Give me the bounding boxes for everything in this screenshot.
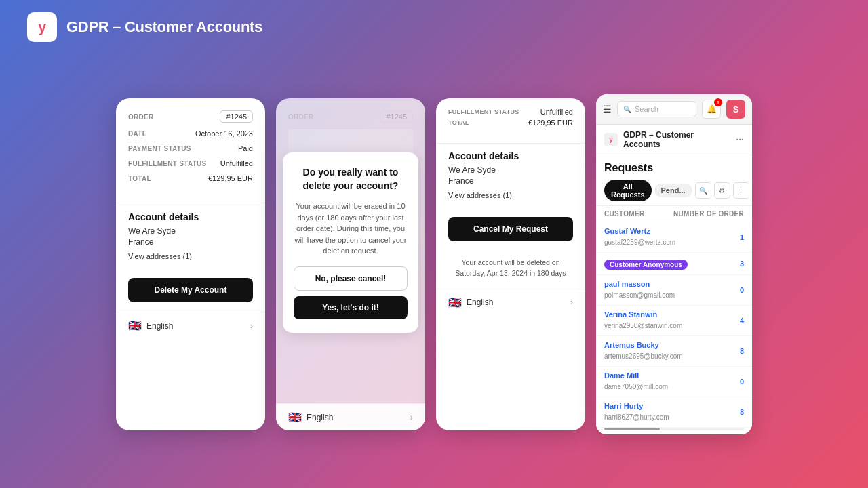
filter-icon[interactable]: ⚙ — [714, 182, 730, 199]
bell-icon: 🔔 — [707, 104, 717, 114]
anonymous-badge: Customer Anonymous — [604, 260, 688, 270]
table-header: Customer Number of Order — [596, 205, 752, 222]
app-row-menu-icon[interactable]: ··· — [736, 134, 744, 145]
language-chevron-icon[interactable]: › — [570, 298, 573, 307]
fulfillment-value: Unfulfilled — [220, 159, 253, 167]
order-count[interactable]: 4 — [740, 317, 744, 325]
view-addresses-link[interactable]: View addresses (1) — [128, 252, 253, 260]
lang-left: 🇬🇧 English — [128, 319, 173, 332]
customer-email: gustaf2239@wertz.com — [604, 239, 675, 246]
modal-body: Your account will be erased in 10 days (… — [294, 201, 408, 257]
fulfillment-label: FULFILLMENT STATUS — [128, 160, 207, 167]
order-count[interactable]: 8 — [740, 347, 744, 355]
hamburger-icon[interactable]: ☰ — [603, 104, 612, 115]
customer-name[interactable]: Harri Hurty — [604, 402, 669, 410]
modal-confirm-button[interactable]: Yes, let's do it! — [294, 296, 408, 319]
fulfillment-status-row: FULFILLMENT STATUS Unfulfilled — [448, 108, 573, 116]
deletion-notice: Your account will be deleted on Saturday… — [436, 251, 585, 289]
customer-info: Dame Mill dame7050@mill.com — [604, 371, 668, 392]
payment-row: PAYMENT STATUS Paid — [128, 144, 253, 152]
fulfillment-total-row: TOTAL €129,95 EUR — [448, 119, 573, 127]
admin-search-bar[interactable]: 🔍 Search — [617, 101, 696, 117]
fulfillment-status-value: Unfulfilled — [540, 108, 573, 116]
delete-account-button[interactable]: Delete My Account — [128, 278, 253, 302]
orders-col-header: Number of Order — [673, 210, 744, 218]
language-label: English — [307, 413, 333, 422]
customer-name[interactable]: Artemus Bucky — [604, 341, 683, 349]
tab-all-requests[interactable]: All Requests — [604, 180, 652, 201]
account-title: Account details — [128, 211, 253, 222]
card3-country: France — [448, 176, 573, 186]
requests-section: Requests All Requests Pend... 🔍 ⚙ ↕ Cust… — [596, 155, 752, 434]
user-avatar[interactable]: S — [726, 100, 745, 119]
fulfillment-total-label: TOTAL — [448, 119, 469, 126]
tab-icons: 🔍 ⚙ ↕ — [695, 182, 749, 199]
app-logo: y — [27, 12, 57, 42]
card-delete-confirm: ORDER #1245 Do you really want to delete… — [276, 98, 425, 430]
bg-order-label: ORDER — [288, 113, 314, 121]
search-filter-icon[interactable]: 🔍 — [695, 182, 711, 199]
customer-name[interactable]: paul masson — [604, 280, 675, 288]
language-label: English — [146, 321, 173, 331]
card-admin-panel: ☰ 🔍 Search 🔔 1 S y GDPR – Customer Accou… — [596, 94, 752, 434]
order-count[interactable]: 0 — [740, 286, 744, 294]
payment-value: Paid — [238, 144, 253, 152]
customer-row[interactable]: Verina Stanwin verina2950@stanwin.com 4 — [596, 306, 752, 336]
customer-row[interactable]: Dame Mill dame7050@mill.com 0 — [596, 367, 752, 397]
order-count[interactable]: 8 — [740, 408, 744, 416]
customer-email: dame7050@mill.com — [604, 383, 668, 390]
language-chevron-icon[interactable]: › — [250, 321, 253, 331]
customer-name[interactable]: Gustaf Wertz — [604, 227, 675, 235]
order-row: ORDER #1245 — [128, 110, 253, 123]
account-details-section: Account details We Are Syde France View … — [116, 211, 265, 278]
customer-email: harri8627@hurty.com — [604, 413, 669, 421]
customer-name[interactable]: Verina Stanwin — [604, 310, 682, 319]
card3-view-addresses[interactable]: View addresses (1) — [448, 191, 573, 199]
bg-order-row: ORDER #1245 — [288, 110, 413, 123]
modal-cancel-button[interactable]: No, please cancel! — [294, 266, 408, 291]
card-cancel-request: FULFILLMENT STATUS Unfulfilled TOTAL €12… — [436, 98, 585, 430]
total-label: TOTAL — [128, 175, 151, 182]
app-title: GDPR – Customer Accounts — [66, 18, 262, 36]
order-count[interactable]: 3 — [740, 260, 744, 268]
card3-language-bar: 🇬🇧 English › — [436, 289, 585, 316]
tabs-row: All Requests Pend... 🔍 ⚙ ↕ — [596, 180, 752, 205]
card3-account-details: Account details We Are Syde France View … — [436, 150, 585, 217]
order-number: #1245 — [220, 110, 253, 123]
tab-pending[interactable]: Pend... — [654, 184, 692, 197]
fulfillment-header: FULFILLMENT STATUS Unfulfilled TOTAL €12… — [436, 98, 585, 136]
customer-info: paul masson polmasson@gmail.com — [604, 280, 675, 300]
search-icon: 🔍 — [623, 106, 631, 113]
order-count[interactable]: 1 — [740, 233, 744, 241]
flag-icon: 🇬🇧 — [128, 319, 142, 332]
order-section: ORDER #1245 DATE October 16, 2023 PAYMEN… — [116, 98, 265, 197]
app-icon: y — [604, 133, 618, 146]
date-label: DATE — [128, 130, 147, 138]
customer-list: Gustaf Wertz gustaf2239@wertz.com 1 Cust… — [596, 222, 752, 428]
customer-row[interactable]: Artemus Bucky artemus2695@bucky.com 8 — [596, 336, 752, 367]
requests-title: Requests — [596, 155, 752, 180]
customer-row[interactable]: Gustaf Wertz gustaf2239@wertz.com 1 — [596, 222, 752, 253]
order-count[interactable]: 0 — [740, 378, 744, 386]
language-chevron-icon[interactable]: › — [410, 413, 413, 422]
customer-row[interactable]: Harri Hurty harri8627@hurty.com 8 — [596, 397, 752, 428]
notification-badge: 1 — [714, 98, 722, 106]
notification-button[interactable]: 🔔 1 — [702, 100, 721, 119]
sort-icon[interactable]: ↕ — [733, 182, 749, 199]
account-company: We Are Syde — [128, 226, 253, 236]
customer-name[interactable]: Dame Mill — [604, 371, 668, 380]
customer-row[interactable]: paul masson polmasson@gmail.com 0 — [596, 275, 752, 306]
customer-email: artemus2695@bucky.com — [604, 352, 683, 360]
logo-letter: y — [38, 18, 46, 36]
customer-email: verina2950@stanwin.com — [604, 322, 682, 329]
customer-row[interactable]: Customer Anonymous 3 — [596, 253, 752, 275]
app-row: y GDPR – Customer Accounts ··· — [596, 125, 752, 155]
language-bar: 🇬🇧 English › — [116, 312, 265, 339]
fulfillment-row: FULFILLMENT STATUS Unfulfilled — [128, 159, 253, 167]
card2-language-bar: 🇬🇧 English › — [276, 403, 425, 430]
order-label: ORDER — [128, 113, 154, 121]
fulfillment-status-label: FULFILLMENT STATUS — [448, 108, 519, 115]
lang-left: 🇬🇧 English — [288, 411, 333, 424]
cancel-request-button[interactable]: Cancel My Request — [448, 217, 573, 241]
card3-company: We Are Syde — [448, 165, 573, 175]
